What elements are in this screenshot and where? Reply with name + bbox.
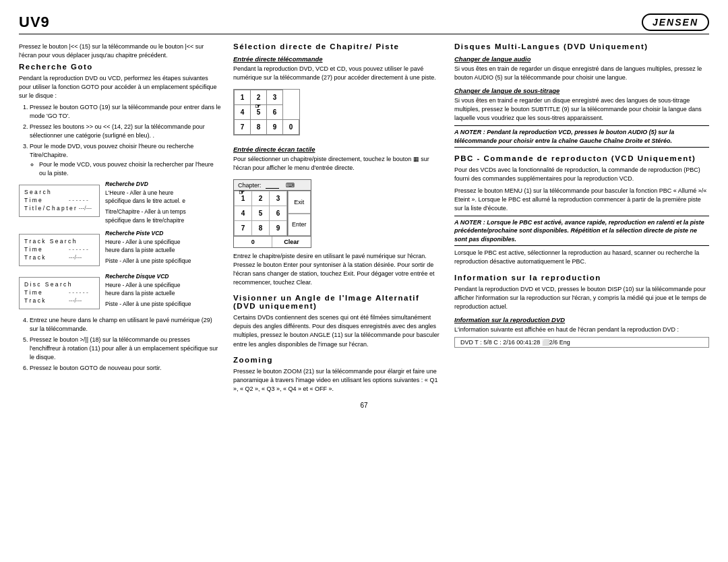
changer-langue-audio-title: Changer de langue audio: [454, 55, 709, 63]
recherche-piste-vcd-note: Recherche Piste VCD: [105, 230, 193, 237]
numpad-5: 5 ☞: [251, 105, 267, 120]
information-body1: Pendant la reproduction DVD et VCD, pres…: [454, 285, 709, 311]
main-content: Pressez le bouton |<< (15) sur la téléco…: [19, 42, 709, 396]
heure-disque-vcd: Heure - Aller à une spécifique heure dan…: [105, 281, 193, 298]
col-right: Disques Multi-Langues (DVD Uniquement) C…: [454, 42, 709, 396]
info-dvd-title: Information sur la reproduction DVD: [454, 316, 709, 323]
ch-6: 6: [270, 206, 287, 221]
heure-piste-vcd: Heure - Aller à une spécifique heure dan…: [105, 238, 193, 255]
numpad-0: 0: [283, 120, 299, 135]
numpad-row-1: 1 2 3: [235, 90, 299, 105]
numpad-row-3: 7 8 9 0: [235, 120, 299, 135]
lheure-text: L'Heure - Aller à une heure spécifique d…: [105, 189, 193, 206]
ch-9: 9: [270, 221, 287, 236]
step-3-bullet: Pour le mode VCD, vous pouvez choisir la…: [39, 160, 221, 178]
keyboard-icon: ⌨: [286, 182, 295, 189]
dvd-info-bar: DVD T : 5/8 C : 2/16 00:41:28 ⬜2/6 Eng: [454, 337, 709, 348]
chapter-box: Chapter: ⌨ 1 ☞ 2: [233, 179, 311, 248]
vcd-search-box: T r a c k S e a r c h T i m e - - - - - …: [19, 234, 100, 266]
numpad-9: 9: [267, 120, 283, 135]
recherche-goto-steps: Pressez le bouton GOTO (19) sur la téléc…: [19, 103, 221, 177]
changer-langue-audio-body: Si vous êtes en train de regarder un dis…: [454, 65, 709, 82]
numpad-row-2: 4 5 ☞ 6: [235, 105, 299, 120]
changer-langue-sous-titre-title: Changer de langue de sous-titrage: [454, 87, 709, 94]
ch-5: 5: [252, 206, 270, 221]
dvd-section: S e a r c h T i m e - - - - - - T i t l …: [19, 181, 221, 227]
step-6: Pressez le bouton GOTO de nouveau pour s…: [30, 364, 221, 373]
chapter-bottom: 0 Clear: [234, 236, 311, 247]
col-mid: Sélection directe de Chapitre/ Piste Ent…: [233, 42, 442, 396]
section-disques-title: Disques Multi-Langues (DVD Uniquement): [454, 42, 709, 51]
page: UV9 JENSEN Pressez le bouton |<< (15) su…: [0, 0, 728, 562]
enter-button[interactable]: Enter: [288, 214, 311, 237]
section-selection-title: Sélection directe de Chapitre/ Piste: [233, 42, 442, 51]
recherche-disque-vcd-note: Recherche Disque VCD: [105, 273, 193, 280]
step-2: Pressez les boutons >> ou << (14, 22) su…: [30, 123, 221, 140]
vcd-note-side: Recherche Piste VCD Heure - Aller à une …: [105, 230, 193, 268]
dvd-note-side: Recherche DVD L'Heure - Aller à une heur…: [105, 181, 193, 227]
entree-ecran-title: Entrée directe écran tactile: [233, 146, 442, 153]
vcd-section: T r a c k S e a r c h T i m e - - - - - …: [19, 230, 221, 270]
titre-chapitre-text: Titre/Chapitre - Aller à un temps spécif…: [105, 208, 193, 224]
info-dvd-body: L'information suivante est affichée en h…: [454, 325, 709, 334]
ch-0: 0: [234, 237, 272, 247]
disc-search-row-2: T i m e - - - - - -: [24, 289, 94, 296]
section-visionner-body: Certains DVDs contiennent des scenes qui…: [233, 313, 442, 348]
piste-disque-vcd: Piste - Aller à une piste spécifique: [105, 300, 193, 308]
numpad-4: 4: [235, 105, 251, 120]
ch-7: 7: [235, 221, 252, 236]
clear-button[interactable]: Clear: [272, 237, 310, 247]
ch-8: 8: [252, 221, 270, 236]
ch-4: 4: [235, 206, 252, 221]
vcd-search-row-1: T r a c k S e a r c h: [24, 238, 94, 245]
numpad: 1 2 3 4 5 ☞ 6 7 8: [233, 89, 300, 135]
disc-search-box: D i s c S e a r c h T i m e - - - - - - …: [19, 277, 100, 309]
disc-section: D i s c S e a r c h T i m e - - - - - - …: [19, 273, 221, 313]
step-5: Pressez le bouton >/|| (18) sur la téléc…: [30, 336, 221, 362]
jensen-logo: JENSEN: [642, 13, 709, 31]
noter-vcd-bold: A NOTER : Pendant la reproduction VCD, p…: [454, 125, 709, 148]
noter-pbc-bold: A NOTER : Lorsque le PBC est activé, ava…: [454, 216, 709, 247]
disc-search-row-1: D i s c S e a r c h: [24, 281, 94, 288]
section-zooming-title: Zooming: [233, 356, 442, 364]
step-1: Pressez le bouton GOTO (19) sur la téléc…: [30, 103, 221, 121]
page-number: 67: [19, 402, 709, 409]
chapter-input: [266, 181, 279, 189]
finger-icon: ☞: [255, 102, 261, 110]
vcd-search-row-2: T i m e - - - - - -: [24, 246, 94, 253]
chapter-row-3: 7 8 9: [235, 221, 287, 236]
numpad-3: 3: [267, 90, 283, 105]
ch-3: 3: [270, 191, 287, 206]
section-pbc-title: PBC - Commande de reproducton (VCD Uniqu…: [454, 154, 709, 162]
section-information-title: Information sur la reproduction: [454, 274, 709, 282]
numpad-7: 7: [235, 120, 251, 135]
section-recherche-goto-title: Recherche Goto: [19, 63, 221, 71]
pbc-body3: Lorsque le PBC est active, sélectionner …: [454, 249, 709, 266]
dvd-info-text: DVD T : 5/8 C : 2/16 00:41:28 ⬜2/6 Eng: [460, 339, 570, 346]
step-4: Entrez une heure dans le champ en utilis…: [30, 316, 221, 334]
dvd-search-row-2: T i m e - - - - - -: [24, 197, 94, 204]
ch-2: 2: [252, 191, 270, 206]
recherche-goto-body: Pendant la reproduction DVD ou VCD, perf…: [19, 74, 221, 100]
chapter-header: Chapter: ⌨: [234, 180, 311, 191]
page-title: UV9: [19, 13, 50, 31]
chapter-numpad-table: 1 ☞ 2 3 4 5 6: [234, 191, 287, 236]
pbc-body1: Pour des VCDs avec la fonctionnalité de …: [454, 166, 709, 183]
entree-telecommande-title: Entrée directe télécommande: [233, 55, 442, 63]
section-visionner-title: Visionner un Angle de l'Image Alternatif…: [233, 294, 442, 310]
dvd-search-row-3: T i t l e / C h a p t e r ---/---: [24, 205, 94, 212]
steps-4-5: Entrez une heure dans le champ en utilis…: [19, 316, 221, 373]
disc-search-row-3: T r a c k ---/---: [24, 297, 94, 304]
exit-button[interactable]: Exit: [288, 191, 311, 214]
chapter-instructions: Entrez le chapitre/piste desire en utili…: [233, 252, 442, 287]
changer-langue-sous-titre-body: Si vous êtes en traind e regarder un dis…: [454, 96, 709, 123]
numpad-1: 1: [235, 90, 251, 105]
intro-text: Pressez le bouton |<< (15) sur la téléco…: [19, 42, 221, 60]
step-3: Pour le mode DVD, vous pouvez choisir l'…: [30, 142, 221, 177]
chapter-side: Exit Enter: [288, 191, 311, 236]
col-left: Pressez le bouton |<< (15) sur la téléco…: [19, 42, 221, 396]
dvd-search-row-1: S e a r c h: [24, 189, 94, 195]
chapter-grid: 1 ☞ 2 3 4 5 6: [234, 191, 311, 236]
section-zooming-body: Pressez le bouton ZOOM (21) sur la téléc…: [233, 367, 442, 394]
header: UV9 JENSEN: [19, 13, 709, 34]
